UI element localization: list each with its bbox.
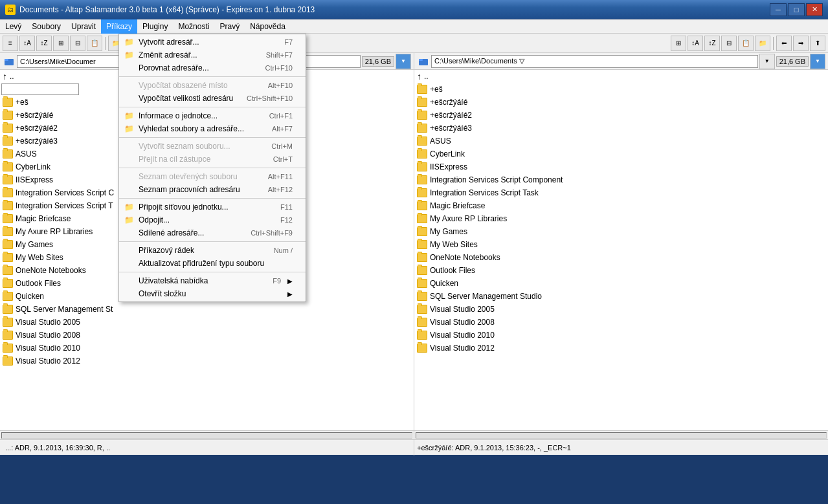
folder-icon: [417, 331, 427, 340]
right-size-icon[interactable]: ▼: [810, 54, 825, 69]
list-item[interactable]: Visual Studio 2010: [0, 342, 414, 355]
menu-item-vytvorit-adresar[interactable]: 📁Vytvořit adresář...F7: [119, 36, 306, 49]
list-item[interactable]: Magic Briefcase: [414, 199, 828, 212]
folder-name: My Web Sites: [16, 253, 63, 262]
title-bar: 🗂 Documents - Altap Salamander 3.0 beta …: [0, 0, 828, 19]
svg-rect-1: [5, 59, 8, 61]
folder-name: Visual Studio 2012: [16, 356, 80, 366]
menu-item-label: Připojit síťovou jednotku...: [139, 203, 267, 212]
list-item[interactable]: Quicken: [414, 277, 828, 290]
left-size-icon[interactable]: ▼: [396, 54, 411, 69]
right-up-row[interactable]: ↑..: [414, 70, 828, 83]
menu-item-seznam-pracovnich[interactable]: Seznam pracovních adresáruAlt+F12: [119, 183, 306, 196]
folder-name: +ešcržýáíé3: [16, 137, 58, 146]
list-item[interactable]: Visual Studio 2008: [414, 316, 828, 329]
folder-icon: [417, 98, 427, 107]
toolbar-right-btn3[interactable]: ↕Z: [704, 36, 720, 51]
toolbar-btn4[interactable]: ⊟: [70, 36, 85, 51]
menu-item-vypocitat-velikosti[interactable]: Vypočítat velikosti adresáruCtrl+Shift+F…: [119, 92, 306, 105]
menu-item-shortcut: Alt+F7: [259, 125, 293, 133]
list-item[interactable]: My Games: [414, 225, 828, 238]
toolbar-right-btn7[interactable]: ⬅: [776, 36, 792, 51]
menu-item-odpojit[interactable]: 📁Odpojit...F12: [119, 214, 306, 226]
toolbar-sep1: [105, 37, 106, 50]
dropdown-menu: 📁Vytvořit adresář...F7📁Změnit adresář...…: [118, 34, 306, 302]
folder-name: Magic Briefcase: [430, 201, 485, 210]
right-folders-list: +eš+ešcržýáíé+ešcržýáíé2+ešcržýáíé3ASUSC…: [414, 83, 828, 355]
list-item[interactable]: Outlook Files: [414, 264, 828, 277]
menu-upravit[interactable]: Upravit: [66, 19, 101, 34]
toolbar-right-btn4[interactable]: ⊟: [721, 36, 737, 51]
folder-name: Quicken: [430, 279, 458, 288]
menu-napoveda[interactable]: Nápověda: [245, 19, 291, 34]
list-item[interactable]: Visual Studio 2012: [414, 342, 828, 355]
folder-name: Magic Briefcase: [16, 214, 71, 223]
menu-item-sdilene-adresare[interactable]: Sdílené adresáře...Ctrl+Shift+F9: [119, 226, 306, 239]
menu-item-otevrit-slozku[interactable]: Otevřít složku▶: [119, 287, 306, 300]
menu-item-pripojit-sitovou[interactable]: 📁Připojit síťovou jednotku...F11: [119, 201, 306, 214]
folder-icon: [417, 85, 427, 94]
menu-pluginy[interactable]: Pluginy: [137, 19, 173, 34]
menu-soubory[interactable]: Soubory: [27, 19, 66, 34]
toolbar-sort2-btn[interactable]: ↕Z: [36, 36, 52, 51]
menu-item-vyhledat-soubory[interactable]: 📁Vyhledat soubory a adresáře...Alt+F7: [119, 122, 306, 135]
menu-item-aktualizovat[interactable]: Aktualizovat přidružení typu souboru: [119, 257, 306, 270]
toolbar-view-btn[interactable]: ≡: [3, 36, 18, 51]
toolbar-right-btn1[interactable]: ⊞: [671, 36, 686, 51]
left-size: 21,6 GB: [362, 56, 394, 67]
list-item[interactable]: Integration Services Script Task: [414, 186, 828, 199]
menu-item-zmenit-adresar[interactable]: 📁Změnit adresář...Shift+F7: [119, 49, 306, 61]
list-item[interactable]: Integration Services Script Component: [414, 173, 828, 186]
folder-icon: [3, 279, 13, 288]
toolbar-right-btn5[interactable]: 📋: [738, 36, 754, 51]
left-hscroll-track[interactable]: [1, 432, 412, 439]
list-item[interactable]: ASUS: [414, 135, 828, 148]
list-item[interactable]: IISExpress: [414, 160, 828, 173]
folder-name: Visual Studio 2005: [430, 305, 495, 314]
maximize-button[interactable]: □: [788, 3, 805, 16]
toolbar-btn3[interactable]: ⊞: [53, 36, 69, 51]
menu-levy[interactable]: Levý: [0, 19, 27, 34]
menu-item-shortcut: F7: [271, 38, 293, 46]
menu-item-shortcut: Alt+F12: [255, 186, 293, 193]
toolbar-right-btn9[interactable]: ⬆: [810, 36, 825, 51]
list-item[interactable]: OneNote Notebooks: [414, 251, 828, 264]
list-item[interactable]: SQL Server Management Studio: [414, 290, 828, 303]
list-item[interactable]: My Web Sites: [414, 238, 828, 251]
menu-item-label: Seznam otevřených souboru: [139, 172, 255, 181]
menu-item-uzivatelska-nabidka[interactable]: Uživatelská nabídkaF9▶: [119, 274, 306, 287]
list-item[interactable]: CyberLink: [414, 148, 828, 160]
minimize-button[interactable]: ─: [770, 3, 787, 16]
toolbar-sort-btn[interactable]: ↕A: [19, 36, 35, 51]
menu-moznosti[interactable]: Možnosti: [173, 19, 214, 34]
toolbar-right-btn6[interactable]: 📁: [755, 36, 770, 51]
list-item[interactable]: +ešcržýáíé2: [414, 109, 828, 122]
right-path-input[interactable]: [431, 55, 758, 68]
menu-prikazy[interactable]: Příkazy: [101, 19, 137, 34]
toolbar-btn5[interactable]: 📋: [87, 36, 102, 51]
folder-name: +ešcržýáíé3: [430, 124, 472, 133]
menu-item-informace-jednotce[interactable]: 📁Informace o jednotce...Ctrl+F1: [119, 109, 306, 122]
list-item[interactable]: My Axure RP Libraries: [414, 212, 828, 225]
list-item[interactable]: +eš: [414, 83, 828, 96]
menu-item-shortcut: F11: [267, 203, 293, 211]
folder-name: CyberLink: [16, 162, 50, 171]
list-item[interactable]: Visual Studio 2012: [0, 355, 414, 367]
list-item[interactable]: Visual Studio 2008: [0, 329, 414, 342]
list-item[interactable]: Visual Studio 2010: [414, 329, 828, 342]
right-hscroll-track[interactable]: [416, 432, 827, 439]
left-search-input[interactable]: [1, 83, 79, 95]
toolbar-right-btn8[interactable]: ➡: [793, 36, 809, 51]
menu-item-prikazovy-radek[interactable]: Příkazový rádekNum /: [119, 244, 306, 257]
menu-pravy[interactable]: Pravý: [214, 19, 245, 34]
menu-item-porovnat-adresare[interactable]: Porovnat adresáře...Ctrl+F10: [119, 61, 306, 74]
menu-item-shortcut: F9: [260, 277, 281, 285]
right-path-dropdown[interactable]: ▼: [759, 54, 775, 69]
list-item[interactable]: +ešcržýáíé3: [414, 122, 828, 135]
list-item[interactable]: SQL Server Management St: [0, 303, 414, 316]
close-button[interactable]: ✕: [806, 3, 823, 16]
toolbar-right-btn2[interactable]: ↕A: [688, 36, 703, 51]
list-item[interactable]: +ešcržýáíé: [414, 96, 828, 109]
list-item[interactable]: Visual Studio 2005: [414, 303, 828, 316]
list-item[interactable]: Visual Studio 2005: [0, 316, 414, 329]
